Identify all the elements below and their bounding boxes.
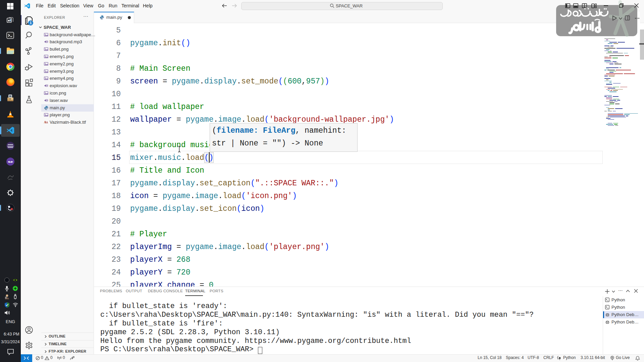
svg-text:A: A xyxy=(46,121,48,124)
